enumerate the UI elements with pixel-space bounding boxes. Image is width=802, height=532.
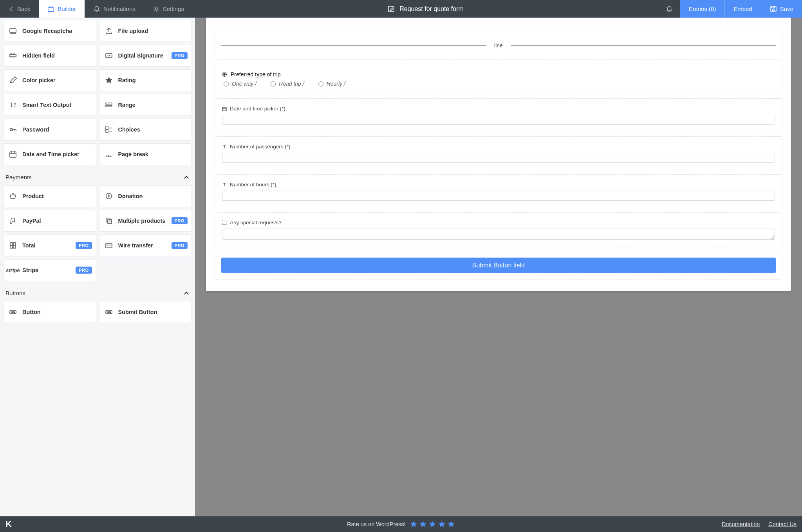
bell-icon	[93, 5, 100, 13]
builder-label: Builder	[58, 5, 76, 12]
field-total[interactable]: TotalPRO	[3, 234, 96, 256]
radio-icon	[271, 81, 276, 87]
rate-text: Rate us on WordPress!	[347, 521, 406, 527]
radio-indicator-icon	[222, 72, 227, 77]
field-smart-text-output[interactable]: Smart Text Output	[3, 94, 96, 116]
line-label: line	[494, 42, 503, 49]
contact-link[interactable]: Contact Us	[768, 521, 797, 527]
field-label: Button	[22, 309, 41, 315]
field-label: PayPal	[22, 218, 41, 224]
passengers-input[interactable]	[222, 153, 775, 163]
star-icon	[419, 520, 427, 528]
field-label: Total	[22, 242, 36, 249]
block-line[interactable]: line	[215, 31, 782, 60]
field-label: Wire transfer	[118, 242, 153, 249]
multi-icon	[105, 217, 113, 225]
form-canvas: line Preferred type of trip One way /Roa…	[206, 18, 791, 291]
save-button[interactable]: Save	[761, 0, 802, 18]
block-requests[interactable]: Any special requests?	[215, 212, 782, 247]
settings-label: Settings	[163, 5, 184, 12]
hours-input[interactable]	[222, 191, 775, 201]
field-button[interactable]: Button	[3, 301, 96, 323]
requests-textarea[interactable]	[222, 229, 775, 240]
rating-stars[interactable]	[410, 520, 455, 528]
field-product[interactable]: Product	[3, 185, 96, 207]
recaptcha-icon	[9, 27, 17, 35]
field-label: Multiple products	[118, 218, 166, 224]
field-paypal[interactable]: PayPal	[3, 210, 96, 232]
range-icon	[105, 101, 113, 109]
field-rating[interactable]: Rating	[99, 69, 192, 91]
chevron-up-icon	[183, 290, 190, 296]
datetime-icon	[9, 150, 17, 158]
tab-builder[interactable]: Builder	[39, 0, 85, 18]
block-passengers[interactable]: Number of passengers (*)	[215, 136, 782, 170]
field-digital-signature[interactable]: Digital SignaturePRO	[99, 45, 192, 67]
star-icon	[410, 520, 417, 528]
fields-sidebar[interactable]: Google RecaptchaFile uploadHidden fieldD…	[0, 18, 195, 516]
field-color-picker[interactable]: Color picker	[3, 69, 96, 91]
field-range[interactable]: Range	[99, 94, 192, 116]
pro-badge: PRO	[172, 217, 188, 224]
text-icon	[222, 182, 227, 187]
section-buttons[interactable]: Buttons	[3, 281, 192, 301]
builder-icon	[47, 5, 54, 13]
trip-option[interactable]: One way /	[224, 81, 256, 87]
back-button[interactable]: Back	[0, 0, 39, 18]
field-label: Rating	[118, 77, 136, 83]
field-date-and-time-picker[interactable]: Date and Time picker	[3, 143, 96, 165]
block-trip-type[interactable]: Preferred type of trip One way /Road tri…	[215, 64, 782, 94]
field-label: File upload	[118, 28, 148, 34]
key-icon	[9, 126, 17, 133]
field-label: Range	[118, 102, 135, 108]
entries-button[interactable]: Entries (0)	[680, 0, 724, 18]
block-hours[interactable]: Number of hours (*)	[215, 174, 782, 208]
field-donation[interactable]: Donation	[99, 185, 192, 207]
trip-option[interactable]: Road trip /	[271, 81, 304, 87]
field-password[interactable]: Password	[3, 119, 96, 141]
field-submit-button[interactable]: Submit Button	[99, 301, 192, 323]
submit-button[interactable]: Submit Button field	[221, 258, 776, 273]
radio-icon	[224, 81, 229, 87]
docs-link[interactable]: Documentation	[722, 521, 760, 527]
field-label: Page break	[118, 151, 148, 157]
hidden-icon	[9, 52, 17, 60]
star-icon	[105, 76, 113, 84]
field-google-recaptcha[interactable]: Google Recaptcha	[3, 20, 96, 42]
block-submit[interactable]: Submit Button field	[215, 251, 782, 280]
field-choices[interactable]: Choices	[99, 119, 192, 141]
field-file-upload[interactable]: File upload	[99, 20, 192, 42]
field-wire-transfer[interactable]: Wire transferPRO	[99, 234, 192, 256]
field-label: Product	[22, 193, 44, 199]
embed-button[interactable]: Embed	[724, 0, 761, 18]
bell-icon	[666, 5, 673, 13]
footer: K Rate us on WordPress! Documentation Co…	[0, 516, 802, 532]
topbar: Back Builder Notifications Settings Requ…	[0, 0, 802, 18]
field-stripe[interactable]: stripeStripePRO	[3, 259, 96, 281]
trip-option[interactable]: Hourly /	[318, 81, 345, 87]
edit-icon	[388, 5, 395, 13]
field-label: Choices	[118, 126, 140, 133]
field-multiple-products[interactable]: Multiple productsPRO	[99, 210, 192, 232]
notifications-label: Notifications	[103, 5, 135, 12]
datetime-input[interactable]	[222, 115, 775, 125]
pro-badge: PRO	[76, 242, 92, 249]
product-icon	[9, 192, 17, 200]
star-icon	[438, 520, 446, 528]
field-label: Google Recaptcha	[22, 28, 72, 34]
alerts-button[interactable]	[659, 0, 680, 18]
form-title-area[interactable]: Request for quote form	[193, 0, 659, 18]
field-page-break[interactable]: Page break	[99, 143, 192, 165]
block-datetime[interactable]: Date and time picker (*)	[215, 98, 782, 132]
form-canvas-area[interactable]: line Preferred type of trip One way /Roa…	[195, 18, 802, 516]
save-icon	[770, 5, 777, 13]
pro-badge: PRO	[172, 242, 188, 249]
signature-icon	[105, 52, 113, 60]
donation-icon	[105, 192, 113, 200]
tab-settings[interactable]: Settings	[144, 0, 193, 18]
calendar-icon	[222, 106, 227, 111]
section-payments[interactable]: Payments	[3, 165, 192, 185]
field-hidden-field[interactable]: Hidden field	[3, 45, 96, 67]
btn-icon	[105, 308, 113, 316]
tab-notifications[interactable]: Notifications	[85, 0, 144, 18]
